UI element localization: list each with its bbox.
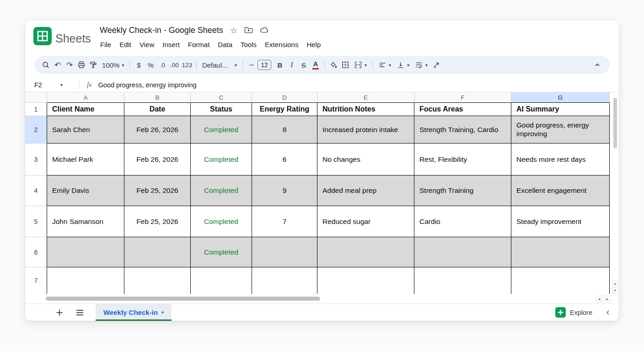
menu-edit[interactable]: Edit (115, 39, 135, 50)
cell-status[interactable]: Completed (191, 116, 252, 144)
star-icon[interactable]: ☆ (230, 27, 237, 35)
cell-energy[interactable] (252, 267, 317, 294)
explore-button[interactable]: Explore (555, 307, 592, 318)
paint-format-button[interactable] (87, 58, 99, 71)
font-select[interactable]: Defaul... ▾ (199, 58, 240, 71)
menu-insert[interactable]: Insert (158, 39, 184, 50)
cell-status[interactable]: Completed (191, 176, 252, 206)
text-color-button[interactable]: A (310, 58, 322, 71)
vertical-align-button[interactable]: ▾ (394, 58, 412, 71)
cell-summary[interactable]: Excellent engagement (511, 176, 610, 206)
cell-focus[interactable] (414, 237, 511, 267)
header-nutrition-notes[interactable]: Nutrition Notes (317, 103, 414, 116)
header-status[interactable]: Status (191, 103, 252, 116)
italic-button[interactable]: I (286, 58, 298, 71)
tab-weekly-check-in[interactable]: Weekly Check-in ▾ (96, 304, 172, 321)
cell-client[interactable]: Emily Davis (47, 176, 124, 206)
cloud-saved-icon[interactable] (260, 27, 269, 35)
menu-data[interactable]: Data (214, 39, 236, 50)
header-date[interactable]: Date (124, 103, 191, 116)
column-header-d[interactable]: D (252, 92, 317, 103)
cell-energy[interactable] (252, 237, 317, 267)
cell-nutrition[interactable]: Reduced sugar (317, 206, 414, 237)
cell-client[interactable]: John Samanson (47, 206, 124, 237)
cell-nutrition[interactable] (317, 237, 414, 267)
decrease-font-size-button[interactable]: − (246, 58, 258, 71)
cell-client[interactable]: Michael Park (47, 144, 124, 176)
text-wrap-button[interactable]: ▾ (412, 58, 430, 71)
cell-nutrition[interactable]: No changes (317, 144, 414, 176)
select-all-corner[interactable] (25, 92, 47, 103)
cell-summary-selected[interactable]: Good progress, energy improving (511, 116, 610, 144)
vertical-scrollbar[interactable] (613, 98, 617, 148)
strikethrough-button[interactable]: S (298, 58, 310, 71)
formula-input[interactable]: Good progress, energy improving (98, 81, 196, 89)
text-rotation-button[interactable] (430, 58, 442, 71)
currency-format-button[interactable]: $ (133, 58, 145, 71)
scroll-left-button[interactable]: ◂ (596, 296, 602, 302)
cell-energy[interactable]: 7 (252, 206, 317, 237)
menu-file[interactable]: File (96, 39, 115, 50)
undo-icon[interactable]: ↶ (52, 58, 64, 71)
bold-button[interactable]: B (274, 58, 286, 71)
row-header-4[interactable]: 4 (25, 176, 47, 206)
row-header-5[interactable]: 5 (25, 206, 47, 237)
menu-view[interactable]: View (135, 39, 158, 50)
cell-focus[interactable]: Cardio (414, 206, 511, 237)
cell-energy[interactable]: 6 (252, 144, 317, 176)
cell-date[interactable]: Feb 26, 2026 (124, 144, 191, 176)
cell-status[interactable] (191, 267, 252, 294)
merge-cells-button[interactable]: ▾ (351, 58, 370, 71)
all-sheets-button[interactable] (74, 309, 86, 316)
row-header-6[interactable]: 6 (25, 237, 47, 267)
search-button[interactable] (40, 58, 52, 71)
scroll-down-button[interactable]: ▾ (612, 287, 618, 293)
cell-nutrition[interactable] (317, 267, 414, 294)
column-header-f[interactable]: F (414, 92, 511, 103)
sheets-logo-icon[interactable] (33, 27, 52, 45)
cell-status[interactable]: Completed (191, 237, 252, 267)
scroll-right-button[interactable]: ▸ (604, 296, 611, 302)
cell-focus[interactable]: Strength Training (414, 176, 511, 206)
percent-format-button[interactable]: % (145, 58, 156, 71)
collapse-panel-icon[interactable]: ‹ (606, 307, 610, 318)
move-folder-icon[interactable] (244, 26, 253, 35)
cell-date[interactable] (124, 267, 191, 294)
cell-nutrition[interactable]: Added meal prep (317, 176, 414, 206)
cell-summary[interactable]: Steady improvement (511, 206, 610, 237)
cell-client[interactable]: Sarah Chen (47, 116, 124, 144)
column-header-c[interactable]: C (191, 92, 252, 103)
cell-date[interactable] (124, 237, 191, 267)
cell-focus[interactable]: Strength Training, Cardio (414, 116, 511, 144)
row-header-7[interactable]: 7 (25, 267, 47, 294)
menu-format[interactable]: Format (184, 39, 214, 50)
horizontal-scrollbar[interactable] (46, 297, 320, 301)
collapse-toolbar-button[interactable] (591, 58, 603, 71)
cell-date[interactable]: Feb 25, 2026 (124, 206, 191, 237)
row-header-2[interactable]: 2 (25, 116, 47, 144)
borders-button[interactable] (339, 58, 351, 71)
row-header-3[interactable]: 3 (25, 144, 47, 176)
print-button[interactable] (75, 58, 87, 71)
cell-nutrition[interactable]: Increased protein intake (317, 116, 414, 144)
document-title[interactable]: Weekly Check-in - Google Sheets (100, 26, 223, 35)
cell-date[interactable]: Feb 25, 2026 (124, 176, 191, 206)
menu-help[interactable]: Help (302, 39, 325, 50)
cell-client[interactable] (47, 267, 124, 294)
cell-status[interactable]: Completed (191, 144, 252, 176)
cell-energy[interactable]: 8 (252, 116, 317, 144)
redo-icon[interactable]: ↷ (64, 58, 75, 71)
horizontal-align-button[interactable]: ▾ (376, 58, 394, 71)
header-ai-summary[interactable]: AI Summary (511, 103, 610, 116)
menu-tools[interactable]: Tools (236, 39, 261, 50)
row-header-1[interactable]: 1 (25, 103, 47, 116)
cell-focus[interactable]: Rest, Flexibility (414, 144, 511, 176)
cell-date[interactable]: Feb 26, 2026 (124, 116, 191, 144)
name-box[interactable]: F2 ▾ (25, 81, 79, 89)
cell-focus[interactable] (414, 267, 511, 294)
number-format-button[interactable]: 123 (180, 58, 193, 71)
column-header-a[interactable]: A (47, 92, 124, 103)
cell-energy[interactable]: 9 (252, 176, 317, 206)
add-sheet-button[interactable]: + (54, 307, 65, 318)
zoom-select[interactable]: 100% ▾ (99, 58, 127, 71)
